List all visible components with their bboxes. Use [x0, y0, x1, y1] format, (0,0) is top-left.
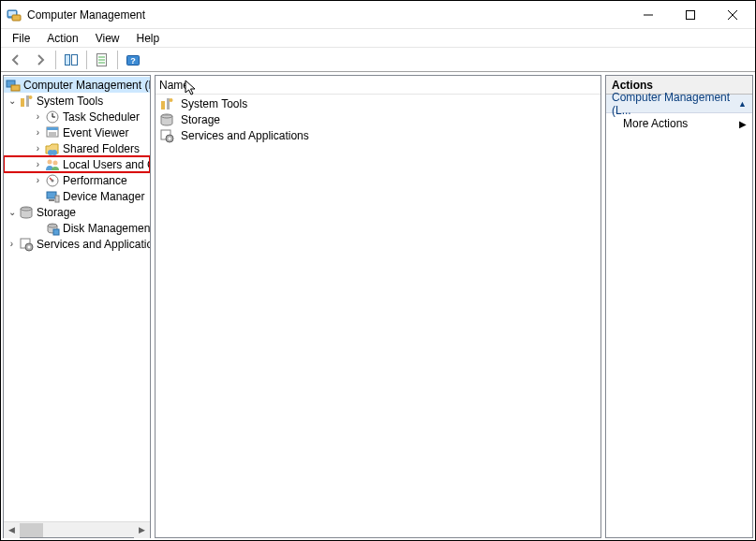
storage-icon	[19, 205, 34, 220]
svg-point-19	[29, 95, 33, 99]
expand-icon[interactable]: ›	[6, 238, 18, 250]
local-users-icon	[45, 157, 60, 172]
console-tree[interactable]: Computer Management (Local) ⌄ System Too…	[4, 76, 150, 521]
back-button[interactable]	[5, 50, 27, 70]
list-item-label: Services and Applications	[181, 129, 309, 142]
menu-action[interactable]: Action	[39, 30, 85, 47]
event-viewer-icon	[45, 125, 60, 140]
list-item-storage[interactable]: Storage	[157, 111, 600, 127]
tree-disk-management[interactable]: › Disk Management	[4, 220, 150, 236]
toolbar-separator	[117, 51, 118, 69]
collapse-triangle-icon[interactable]: ▲	[738, 99, 747, 109]
tree-label: Performance	[63, 174, 127, 187]
submenu-arrow-icon: ▶	[739, 119, 747, 129]
mouse-cursor-icon	[185, 80, 198, 96]
scroll-right-button[interactable]: ▶	[134, 522, 150, 538]
expand-icon[interactable]: ›	[32, 110, 44, 123]
minimize-button[interactable]	[627, 1, 669, 28]
storage-icon	[159, 112, 174, 127]
body-container: Computer Management (Local) ⌄ System Too…	[1, 72, 755, 540]
menu-view[interactable]: View	[88, 30, 127, 47]
svg-rect-2	[12, 15, 21, 21]
show-hide-console-tree-button[interactable]	[60, 50, 82, 70]
svg-point-32	[52, 179, 54, 182]
tree-shared-folders[interactable]: › Shared Folders	[4, 140, 150, 156]
tree-system-tools[interactable]: ⌄ System Tools	[4, 93, 150, 109]
collapse-icon[interactable]: ⌄	[6, 95, 18, 107]
actions-more-actions[interactable]: More Actions ▶	[606, 113, 752, 134]
tree-label: Storage	[37, 206, 76, 219]
svg-rect-17	[21, 98, 24, 107]
app-icon	[7, 7, 22, 22]
toolbar: ?	[1, 48, 755, 72]
computer-management-window: Computer Management File Action View Hel…	[0, 0, 756, 541]
device-manager-icon	[45, 189, 60, 204]
actions-group[interactable]: Computer Management (L... ▲	[606, 95, 752, 113]
tree-device-manager[interactable]: › Device Manager	[4, 188, 150, 204]
result-list-pane: Name System Tools Storage Services and A…	[155, 75, 601, 538]
performance-icon	[45, 173, 60, 188]
scroll-left-button[interactable]: ◀	[4, 522, 20, 538]
window-title: Computer Management	[27, 8, 627, 22]
more-actions-label: More Actions	[623, 117, 688, 130]
close-button[interactable]	[711, 1, 753, 28]
title-bar: Computer Management	[1, 1, 755, 29]
toolbar-separator	[86, 51, 87, 69]
tree-label: Local Users and Groups	[63, 158, 150, 171]
services-apps-icon	[19, 237, 34, 252]
tree-services-and-applications[interactable]: › Services and Applications	[4, 236, 150, 252]
scroll-track[interactable]	[20, 522, 134, 537]
svg-point-43	[28, 245, 31, 248]
scroll-thumb[interactable]	[20, 523, 43, 537]
svg-text:?: ?	[130, 55, 136, 65]
tree-label: System Tools	[37, 95, 103, 108]
svg-rect-44	[161, 101, 165, 110]
tree-task-scheduler[interactable]: › Task Scheduler	[4, 109, 150, 124]
window-controls	[627, 1, 753, 28]
collapse-icon[interactable]: ⌄	[6, 206, 18, 218]
list-item-services-apps[interactable]: Services and Applications	[157, 127, 600, 143]
services-apps-icon	[159, 128, 174, 143]
properties-button[interactable]	[91, 50, 113, 70]
svg-point-51	[169, 137, 171, 139]
tree-label: Event Viewer	[63, 126, 128, 139]
tree-event-viewer[interactable]: › Event Viewer	[4, 124, 150, 140]
tree-label: Shared Folders	[63, 142, 140, 155]
tree-label: Device Manager	[63, 190, 144, 203]
svg-rect-4	[686, 10, 694, 19]
svg-point-46	[170, 98, 173, 102]
svg-rect-34	[49, 199, 54, 201]
tree-root[interactable]: Computer Management (Local)	[4, 77, 150, 93]
menu-help[interactable]: Help	[129, 30, 168, 47]
list-item-label: Storage	[181, 113, 220, 126]
tree-label: Disk Management	[63, 222, 150, 235]
tree-label: Computer Management (Local)	[23, 79, 150, 92]
svg-rect-24	[47, 127, 58, 130]
list-item-system-tools[interactable]: System Tools	[157, 95, 600, 111]
expand-icon[interactable]: ›	[32, 126, 44, 139]
actions-pane: Actions Computer Management (L... ▲ More…	[605, 75, 753, 538]
list-item-label: System Tools	[181, 97, 247, 110]
help-button[interactable]: ?	[122, 50, 144, 70]
expand-icon[interactable]: ›	[32, 158, 44, 170]
tree-performance[interactable]: › Performance	[4, 172, 150, 188]
tree-local-users-and-groups[interactable]: › Local Users and Groups	[4, 156, 150, 172]
expand-icon[interactable]: ›	[32, 174, 44, 186]
list-header[interactable]: Name	[156, 76, 600, 95]
list-body[interactable]: System Tools Storage Services and Applic…	[156, 95, 600, 537]
tree-storage[interactable]: ⌄ Storage	[4, 204, 150, 220]
svg-point-28	[52, 150, 57, 155]
expand-icon[interactable]: ›	[32, 142, 44, 154]
horizontal-scrollbar[interactable]: ◀ ▶	[4, 521, 150, 537]
toolbar-separator	[55, 51, 56, 69]
console-tree-pane: Computer Management (Local) ⌄ System Too…	[3, 75, 151, 538]
svg-point-30	[53, 160, 58, 165]
svg-point-29	[48, 159, 52, 164]
menu-file[interactable]: File	[5, 30, 37, 47]
maximize-button[interactable]	[669, 1, 711, 28]
forward-button[interactable]	[29, 50, 52, 70]
svg-rect-40	[53, 229, 59, 235]
svg-rect-35	[55, 196, 59, 202]
svg-rect-16	[11, 85, 20, 91]
svg-rect-8	[72, 54, 78, 65]
